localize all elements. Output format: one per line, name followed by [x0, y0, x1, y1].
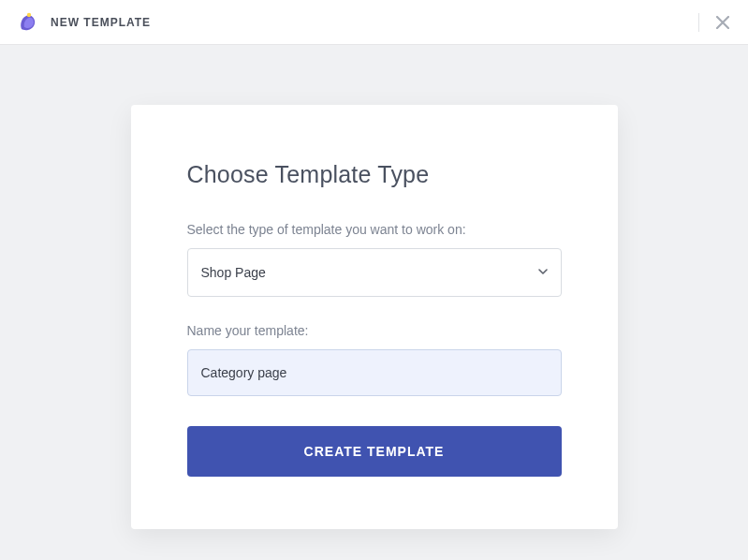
close-icon: [716, 16, 729, 29]
name-label: Name your template:: [187, 323, 562, 338]
vertical-divider: [698, 13, 699, 32]
create-template-button[interactable]: CREATE TEMPLATE: [187, 426, 562, 477]
app-logo-icon: [15, 9, 41, 36]
template-type-select-wrap: [187, 248, 562, 297]
template-type-select[interactable]: [187, 248, 562, 297]
content-area: Choose Template Type Select the type of …: [0, 45, 748, 529]
close-button[interactable]: [712, 12, 733, 33]
svg-point-0: [27, 12, 31, 16]
header-right: [698, 12, 733, 33]
template-dialog: Choose Template Type Select the type of …: [131, 105, 618, 529]
header-left: NEW TEMPLATE: [15, 9, 151, 36]
dialog-title: Choose Template Type: [187, 161, 562, 188]
header-title: NEW TEMPLATE: [51, 16, 151, 29]
type-label: Select the type of template you want to …: [187, 222, 562, 237]
template-name-input[interactable]: [187, 349, 562, 396]
app-header: NEW TEMPLATE: [0, 0, 748, 45]
